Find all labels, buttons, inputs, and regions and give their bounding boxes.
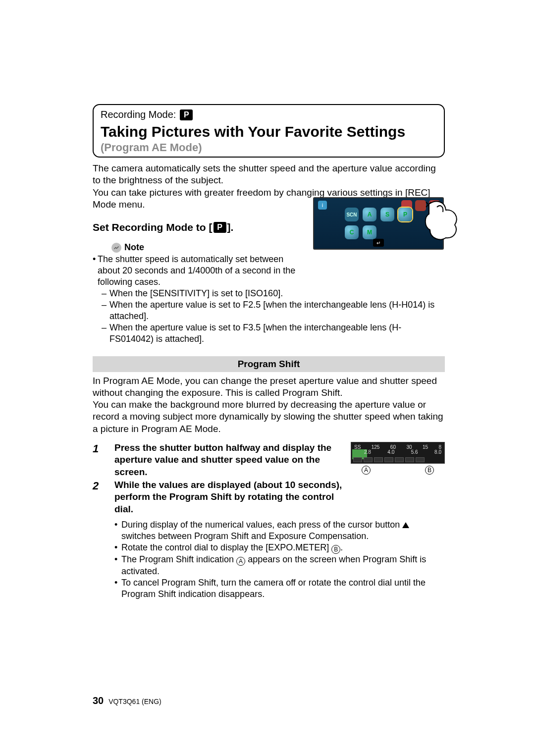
ps-p1: In Program AE Mode, you can change the p… <box>93 375 445 399</box>
recording-mode-label: Recording Mode: <box>101 109 176 120</box>
sub-b3: The Program Shift indication A appears o… <box>121 554 445 577</box>
steps: 1 Press the shutter button halfway and d… <box>93 442 445 600</box>
note-s3: When the aperture value is set to F3.5 [… <box>109 322 445 345</box>
expo-bot-0: 2.8 <box>364 449 371 456</box>
expo-meter-figure: SS 125 60 30 15 8 2.8 4.0 5.6 8.0 <box>351 442 445 516</box>
intro-p1: The camera automatically sets the shutte… <box>93 162 445 187</box>
expo-meter-graphic: SS 125 60 30 15 8 2.8 4.0 5.6 8.0 <box>351 442 445 464</box>
step-2-text: While the values are displayed (about 10… <box>114 479 343 515</box>
step-num-1: 1 <box>93 442 114 478</box>
a-mode-icon: A <box>363 208 376 221</box>
sub-b4: To cancel Program Shift, turn the camera… <box>121 577 445 600</box>
page-number: 30 <box>93 695 104 706</box>
mode-dial-screen-figure: i SCN A S P C M ↵ <box>313 197 444 250</box>
sub-b1: During display of the numerical values, … <box>121 519 445 542</box>
note-label: Note <box>124 242 144 253</box>
manual-page: Recording Mode: Taking Pictures with You… <box>0 0 535 756</box>
expo-bot-1: 4.0 <box>387 449 394 456</box>
note-s2: When the aperture value is set to F2.5 [… <box>109 299 445 322</box>
step-num-2: 2 <box>93 479 114 515</box>
set-line-post: ]. <box>227 221 234 233</box>
callout-a-icon: A <box>236 557 245 566</box>
recording-mode-line: Recording Mode: <box>101 109 437 120</box>
program-shift-heading: Program Shift <box>93 356 445 372</box>
c-mode-icon: C <box>345 225 359 239</box>
expo-bot-3: 8.0 <box>434 449 441 456</box>
s-mode-icon: S <box>380 208 394 221</box>
note-b1: The shutter speed is automatically set b… <box>98 254 306 288</box>
page-footer: 30 VQT3Q61 (ENG) <box>93 695 161 706</box>
callout-b-icon: B <box>331 545 340 554</box>
m-mode-icon: M <box>363 225 376 239</box>
program-shift-intro: In Program AE Mode, you can change the p… <box>93 375 445 435</box>
doc-code: VQT3Q61 (ENG) <box>108 698 161 705</box>
note-icon <box>111 243 121 253</box>
step-sub-bullets: •During display of the numerical values,… <box>114 519 445 600</box>
info-icon: i <box>318 201 327 210</box>
p-mode-icon <box>180 109 193 120</box>
title-box: Recording Mode: Taking Pictures with You… <box>93 104 445 158</box>
ps-p2: You can make the background more blurred… <box>93 399 445 435</box>
expo-bot-2: 5.6 <box>411 449 418 456</box>
sub-b2: Rotate the control dial to display the [… <box>121 542 343 554</box>
cursor-up-icon <box>402 522 409 528</box>
page-title: Taking Pictures with Your Favorite Setti… <box>101 123 437 141</box>
callout-a-icon: A <box>362 466 371 475</box>
set-line-pre: Set Recording Mode to [ <box>93 221 213 233</box>
callout-b-icon: B <box>425 466 434 475</box>
return-icon: ↵ <box>373 239 384 247</box>
note-s1: When the [SENSITIVITY] is set to [ISO160… <box>109 288 283 299</box>
expo-top-0: SS <box>354 444 361 451</box>
note-list: •The shutter speed is automatically set … <box>93 254 306 299</box>
page-subtitle: (Program AE Mode) <box>101 141 437 154</box>
touch-hand-icon <box>421 197 466 242</box>
p-mode-icon <box>214 222 226 233</box>
scn-mode-icon: SCN <box>345 208 359 221</box>
step-1-text: Press the shutter button halfway and dis… <box>114 442 343 478</box>
p-mode-selected-icon: P <box>398 208 412 221</box>
note-list-full: –When the aperture value is set to F2.5 … <box>93 299 445 345</box>
